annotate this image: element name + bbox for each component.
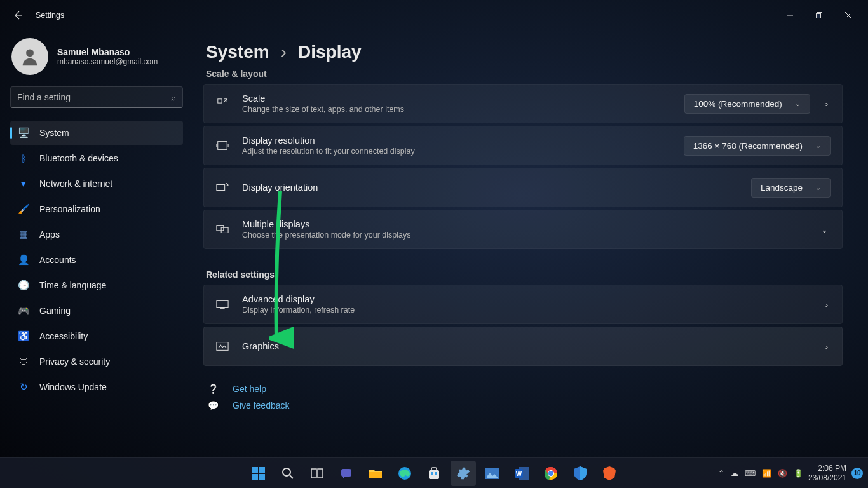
scale-dropdown[interactable]: 100% (Recommended) ⌄ [684, 94, 810, 114]
tray-overflow-icon[interactable]: ⌃ [718, 469, 724, 478]
nav-label: Gaming [39, 306, 71, 316]
card-desc: Adjust the resolution to fit your connec… [242, 147, 671, 156]
breadcrumb: System › Display [203, 30, 843, 65]
shield-icon: 🛡 [18, 356, 29, 367]
section-related: Related settings [203, 266, 843, 285]
notification-badge[interactable]: 10 [851, 468, 863, 479]
tray-keyboard-icon[interactable]: ⌨ [745, 469, 756, 478]
chevron-down-icon: ⌄ [815, 142, 821, 150]
back-button[interactable] [5, 3, 31, 28]
svg-point-30 [548, 471, 553, 476]
card-desc: Choose the presentation mode for your di… [242, 231, 806, 240]
card-graphics[interactable]: Graphics › [203, 327, 843, 366]
get-help-link[interactable]: Get help [233, 384, 266, 394]
breadcrumb-current: Display [298, 42, 362, 62]
nav-label: Accessibility [39, 331, 88, 341]
taskbar-edge[interactable] [392, 461, 417, 486]
nav-label: Accounts [39, 255, 76, 265]
orientation-icon [215, 182, 229, 193]
taskbar-word[interactable]: W [509, 461, 534, 486]
card-scale[interactable]: Scale Change the size of text, apps, and… [203, 84, 843, 123]
svg-rect-8 [217, 301, 228, 308]
user-name: Samuel Mbanaso [57, 47, 158, 57]
taskbar-chrome[interactable] [538, 461, 564, 486]
search-box[interactable]: ⌕ [10, 86, 183, 108]
taskbar-clock[interactable]: 2:06 PM 23/08/2021 [808, 464, 846, 482]
nav-item-privacy[interactable]: 🛡 Privacy & security [10, 349, 183, 374]
orientation-dropdown[interactable]: Landscape ⌄ [751, 178, 831, 198]
taskbar-security[interactable] [567, 461, 593, 486]
user-profile[interactable]: Samuel Mbanaso mbanaso.samuel@gmail.com [10, 36, 183, 86]
nav-item-accounts[interactable]: 👤 Accounts [10, 248, 183, 272]
card-multiple-displays[interactable]: Multiple displays Choose the presentatio… [203, 210, 843, 249]
nav-item-personalization[interactable]: 🖌️ Personalization [10, 197, 183, 221]
svg-text:W: W [516, 470, 522, 477]
card-advanced-display[interactable]: Advanced display Display information, re… [203, 285, 843, 324]
nav-label: Network & internet [39, 179, 112, 189]
give-feedback-link[interactable]: Give feedback [233, 400, 290, 410]
svg-rect-9 [217, 342, 228, 351]
chevron-down-icon: ⌄ [815, 184, 821, 192]
tray-volume-icon[interactable]: 🔇 [778, 469, 787, 478]
nav-item-time[interactable]: 🕒 Time & language [10, 273, 183, 297]
nav-label: Privacy & security [39, 356, 110, 367]
nav-item-system[interactable]: 🖥️ System [10, 121, 183, 145]
minimize-button[interactable] [775, 5, 804, 25]
tray-wifi-icon[interactable]: 📶 [762, 469, 771, 478]
feedback-icon: 💬 [206, 400, 220, 410]
card-title: Multiple displays [242, 219, 806, 229]
taskbar-tray[interactable]: ⌃ ☁ ⌨ 📶 🔇 🔋 2:06 PM 23/08/2021 10 [718, 464, 868, 482]
taskbar: W ⌃ ☁ ⌨ 📶 🔇 🔋 2:06 PM 23/08/2021 10 [0, 458, 868, 488]
monitor-icon [215, 299, 229, 309]
nav-item-apps[interactable]: ▦ Apps [10, 222, 183, 247]
accessibility-icon: ♿ [18, 330, 29, 342]
svg-rect-11 [259, 467, 265, 473]
close-button[interactable] [834, 5, 863, 25]
user-email: mbanaso.samuel@gmail.com [57, 57, 158, 66]
breadcrumb-parent[interactable]: System [206, 42, 269, 62]
chevron-down-icon: ⌄ [795, 100, 801, 108]
nav-item-gaming[interactable]: 🎮 Gaming [10, 299, 183, 323]
card-resolution[interactable]: Display resolution Adjust the resolution… [203, 126, 843, 165]
nav-item-update[interactable]: ↻ Windows Update [10, 375, 183, 399]
taskbar-store[interactable] [421, 461, 447, 486]
card-orientation[interactable]: Display orientation Landscape ⌄ [203, 168, 843, 207]
taskbar-explorer[interactable] [363, 461, 388, 486]
section-scale-layout: Scale & layout [203, 65, 843, 84]
resolution-dropdown[interactable]: 868 × 488 (Recommended) ⌄ [684, 136, 831, 156]
taskbar-photos[interactable] [480, 461, 505, 486]
card-title: Scale [242, 93, 672, 104]
taskbar-brave[interactable] [597, 461, 622, 486]
nav-item-accessibility[interactable]: ♿ Accessibility [10, 324, 183, 348]
svg-rect-4 [218, 142, 227, 150]
clock-icon: 🕒 [18, 280, 29, 291]
maximize-button[interactable] [804, 5, 834, 25]
nav-item-bluetooth[interactable]: ᛒ Bluetooth & devices [10, 146, 183, 170]
svg-rect-17 [341, 469, 351, 477]
tray-battery-icon[interactable]: 🔋 [794, 469, 803, 478]
monitor-icon: 🖥️ [18, 127, 29, 139]
nav-label: System [39, 128, 69, 138]
svg-rect-5 [217, 184, 225, 190]
taskbar-chat[interactable] [334, 461, 359, 486]
search-input[interactable] [17, 92, 171, 102]
taskbar-settings[interactable] [451, 461, 476, 486]
taskbar-taskview[interactable] [304, 461, 330, 486]
avatar [11, 38, 48, 75]
chevron-right-icon: › [823, 342, 831, 351]
nav-item-network[interactable]: ▾ Network & internet [10, 172, 183, 196]
tray-onedrive-icon[interactable]: ☁ [731, 469, 738, 478]
card-title: Graphics [242, 341, 810, 351]
svg-rect-15 [311, 469, 316, 478]
taskbar-search[interactable] [275, 461, 301, 486]
card-title: Display orientation [242, 182, 738, 193]
nav-label: Time & language [39, 280, 106, 290]
resolution-icon [215, 140, 229, 151]
taskbar-start[interactable] [246, 461, 271, 486]
svg-point-2 [26, 49, 34, 57]
svg-rect-16 [318, 469, 323, 478]
svg-rect-10 [252, 467, 258, 473]
dropdown-value: Landscape [761, 183, 803, 193]
main-content: System › Display Scale & layout Scale Ch… [191, 30, 868, 458]
card-title: Display resolution [242, 135, 671, 146]
